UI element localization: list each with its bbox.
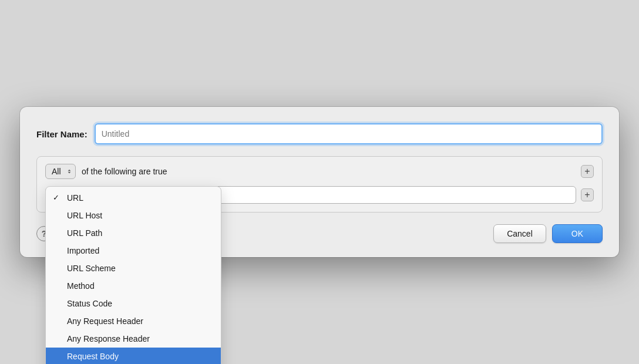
conditions-header: All of the following are true + [45,164,594,179]
filter-name-row: Filter Name: [36,123,603,144]
add-condition-button[interactable]: + [581,165,594,178]
dropdown-item-status-code[interactable]: Status Code [46,295,221,312]
cancel-button[interactable]: Cancel [493,224,546,243]
dropdown-item-url-scheme[interactable]: URL Scheme [46,259,221,277]
filter-dialog: Filter Name: All of the following are tr… [20,107,619,257]
filter-name-label: Filter Name: [36,129,88,139]
dropdown-item-url-path[interactable]: URL Path [46,224,221,242]
conditions-section: All of the following are true + URL cont… [36,156,603,213]
dropdown-item-any-response-header[interactable]: Any Response Header [46,330,221,348]
condition-value-input[interactable] [207,186,576,204]
dropdown-item-any-request-header[interactable]: Any Request Header [46,312,221,330]
conditions-text: of the following are true [82,167,167,176]
condition-area: URL contains + URL URL Host URL Path Imp… [45,186,594,204]
condition-field-dropdown: URL URL Host URL Path Imported URL Schem… [45,186,221,364]
dropdown-item-imported[interactable]: Imported [46,242,221,259]
ok-button[interactable]: OK [552,224,603,243]
dropdown-item-method[interactable]: Method [46,277,221,295]
dropdown-item-url-host[interactable]: URL Host [46,207,221,224]
add-row-button[interactable]: + [581,188,594,201]
dropdown-item-request-body[interactable]: Request Body [46,348,221,364]
dropdown-item-url[interactable]: URL [46,189,221,207]
all-select[interactable]: All [45,164,76,179]
filter-name-input[interactable] [95,123,603,144]
